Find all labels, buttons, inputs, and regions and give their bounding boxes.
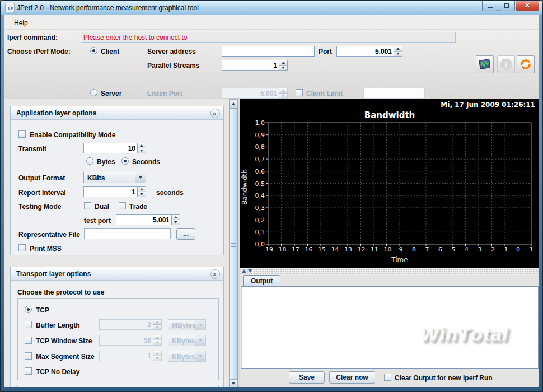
chart-x-axis-label: Time: [391, 256, 408, 264]
test-port-spinner[interactable]: 5.001: [116, 214, 180, 225]
spin-down-icon[interactable]: [138, 148, 146, 153]
max-segment-spinner: 1: [99, 351, 162, 361]
save-button[interactable]: Save: [289, 371, 325, 384]
tab-output[interactable]: Output: [243, 275, 280, 287]
x-tick: -12: [355, 246, 366, 253]
restart-arrows-icon: [519, 58, 532, 71]
server-radio[interactable]: [90, 89, 97, 96]
print-mss-checkbox[interactable]: [18, 244, 26, 251]
x-tick: -16: [303, 246, 313, 253]
scroll-up-icon[interactable]: [229, 99, 238, 108]
y-tick: 0,0: [247, 241, 265, 248]
restart-iperf-button[interactable]: [517, 55, 535, 73]
panel-title: Transport layer options: [16, 270, 91, 278]
max-segment-checkbox[interactable]: [25, 352, 32, 360]
transmit-label: Transmit: [18, 145, 46, 153]
y-tick: 1,0: [247, 119, 265, 127]
collapse-chevrons-icon[interactable]: «: [210, 269, 220, 279]
run-chart-icon: [478, 58, 491, 71]
print-mss-label: Print MSS: [30, 245, 62, 253]
plot-area: [268, 123, 531, 244]
test-port-label: test port: [84, 217, 111, 225]
port-spinner[interactable]: 5.001: [336, 46, 402, 57]
compatibility-mode-checkbox[interactable]: [18, 130, 26, 138]
options-pane: Application layer options « Enable Compa…: [4, 99, 229, 387]
spin-down-icon[interactable]: [279, 66, 287, 70]
trade-checkbox[interactable]: [119, 202, 126, 209]
buffer-length-checkbox[interactable]: [25, 321, 32, 328]
y-tick: 0,1: [247, 228, 265, 236]
buffer-length-label: Buffer Length: [36, 321, 80, 329]
application-layer-header[interactable]: Application layer options «: [11, 106, 223, 120]
chevron-down-icon: [195, 335, 205, 346]
java-cup-icon: [5, 3, 15, 12]
horizontal-splitter[interactable]: [240, 268, 539, 275]
y-tick: 0,3: [247, 204, 265, 211]
connection-form: Iperf command: Please enter the host to …: [4, 30, 539, 99]
minimize-icon[interactable]: [482, 1, 498, 11]
clear-output-checkbox[interactable]: [384, 374, 391, 381]
y-tick: 0,4: [247, 192, 265, 199]
title-bar[interactable]: JPerf 2.0 - Network performance measurem…: [1, 1, 542, 15]
browse-file-button[interactable]: ...: [176, 228, 195, 240]
close-icon[interactable]: ✕: [516, 1, 539, 11]
spin-up-icon[interactable]: [394, 46, 402, 52]
x-tick: -10: [382, 246, 392, 253]
scroll-down-icon[interactable]: [229, 379, 238, 387]
transmit-spinner[interactable]: 10: [83, 143, 146, 153]
tcp-window-checkbox[interactable]: [25, 337, 32, 344]
report-interval-label: Report Interval: [18, 189, 66, 197]
server-address-input[interactable]: [222, 46, 315, 57]
scrollbar-thumb[interactable]: [229, 108, 238, 379]
tcp-radio[interactable]: [25, 306, 32, 313]
stop-warning-icon: [499, 58, 513, 71]
run-iperf-button[interactable]: [476, 55, 494, 73]
clear-now-button[interactable]: Clear now: [329, 371, 375, 384]
transport-layer-header[interactable]: Transport layer options «: [11, 267, 223, 281]
server-radio-label: Server: [101, 90, 121, 97]
client-radio[interactable]: [90, 47, 97, 54]
spin-down-icon[interactable]: [172, 220, 180, 225]
y-tick: 0,8: [247, 143, 265, 151]
tcp-label: TCP: [36, 306, 49, 314]
client-limit-checkbox[interactable]: [296, 89, 303, 96]
output-format-dropdown[interactable]: KBits: [83, 172, 146, 183]
tcp-no-delay-checkbox[interactable]: [25, 367, 32, 375]
x-tick: -6: [436, 246, 442, 253]
options-scrollbar[interactable]: [229, 99, 238, 387]
main-area: Application layer options « Enable Compa…: [4, 99, 539, 387]
representative-file-input[interactable]: [84, 228, 171, 239]
chevron-down-icon[interactable]: [135, 172, 146, 183]
result-pane: Mi, 17 Jun 2009 01:26:11 Bandwidth Bandw…: [240, 99, 539, 387]
report-interval-spinner[interactable]: 1: [83, 186, 146, 197]
seconds-radio[interactable]: [121, 157, 129, 165]
x-tick: -8: [410, 246, 416, 253]
collapse-chevrons-icon[interactable]: «: [210, 109, 220, 118]
maximize-icon[interactable]: [499, 1, 515, 11]
x-tick: -1: [502, 246, 508, 253]
compatibility-mode-label: Enable Compatibility Mode: [30, 131, 115, 139]
listen-port-spinner: 5.001: [222, 88, 288, 99]
spin-up-icon[interactable]: [138, 143, 146, 148]
port-label: Port: [319, 48, 332, 55]
spin-up-icon[interactable]: [172, 215, 180, 220]
x-tick: -13: [342, 246, 352, 253]
y-tick: 0,7: [247, 156, 265, 163]
bytes-radio[interactable]: [86, 157, 93, 165]
spin-down-icon[interactable]: [138, 192, 146, 197]
representative-file-label: Representative File: [18, 231, 80, 239]
spin-down-icon[interactable]: [394, 52, 402, 56]
max-segment-unit-dropdown: KBytes: [168, 351, 206, 362]
iperf-command-field[interactable]: Please enter the host to connect to: [81, 32, 456, 43]
dual-checkbox[interactable]: [84, 202, 91, 209]
spin-up-icon: [153, 320, 161, 325]
chevron-down-icon: [195, 320, 205, 330]
splitter-down-icon[interactable]: [248, 269, 252, 273]
parallel-streams-spinner[interactable]: 1: [222, 60, 288, 71]
splitter-up-icon[interactable]: [242, 269, 246, 273]
chart-timestamp: Mi, 17 Jun 2009 01:26:11: [441, 101, 535, 109]
menu-help[interactable]: Help: [11, 18, 31, 28]
iperf-command-label: Iperf command:: [7, 34, 58, 41]
spin-up-icon[interactable]: [279, 60, 287, 66]
spin-up-icon[interactable]: [138, 187, 146, 192]
